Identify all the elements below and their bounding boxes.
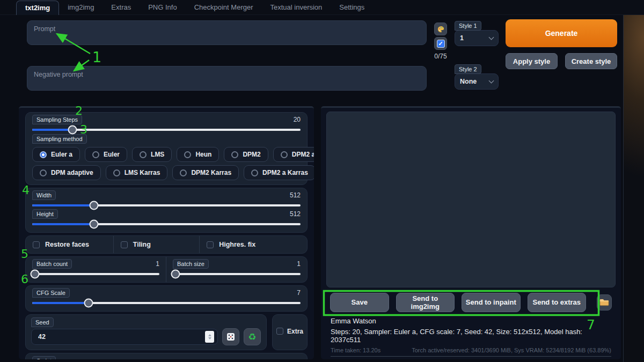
tab-extras[interactable]: Extras	[103, 1, 140, 14]
sampler-option-lms[interactable]: LMS	[132, 147, 172, 162]
slider-thumb[interactable]	[68, 125, 77, 135]
height-label: Height	[32, 209, 58, 219]
radio-icon	[40, 169, 47, 176]
chevron-down-icon	[489, 78, 494, 83]
width-value: 512	[290, 191, 301, 199]
batch-size-value: 1	[297, 260, 301, 268]
radio-icon	[251, 169, 258, 176]
script-label: Script	[32, 356, 56, 359]
radio-icon	[113, 169, 120, 176]
batch-size-label: Batch size	[173, 259, 209, 269]
radio-icon	[140, 151, 147, 158]
tiling-checkbox[interactable]: Tiling	[114, 236, 200, 253]
send-to-inpaint-button[interactable]: Send to inpaint	[462, 293, 521, 312]
generation-info: Emma Watson Steps: 20, Sampler: Euler a,…	[326, 317, 616, 357]
highres-fix-checkbox[interactable]: Highres. fix	[200, 236, 307, 253]
sampler-option-dpm2-a-karras[interactable]: DPM2 a Karras	[244, 165, 314, 180]
cfg-panel: CFG Scale 7	[25, 285, 308, 312]
slider-thumb[interactable]	[90, 201, 99, 210]
save-button[interactable]: Save	[330, 293, 389, 312]
output-column: Save Send to img2img Send to inpaint Sen…	[321, 106, 621, 359]
sampler-option-dpm-adaptive[interactable]: DPM adaptive	[32, 165, 101, 180]
radio-icon	[180, 169, 187, 176]
recycle-icon: ♻	[248, 333, 256, 342]
style1-select[interactable]: 1	[455, 30, 499, 46]
tab-png-info[interactable]: PNG Info	[140, 1, 185, 14]
batch-count-value: 1	[156, 260, 159, 268]
vram-stats: Torch active/reserved: 3401/3690 MiB, Sy…	[412, 347, 611, 353]
height-slider[interactable]: Height 512	[32, 209, 301, 225]
palette-icon[interactable]	[434, 23, 447, 35]
sampler-option-dpm2-a[interactable]: DPM2 a	[273, 147, 314, 162]
sampler-option-lms-karras[interactable]: LMS Karras	[106, 165, 168, 180]
style2-label: Style 2	[455, 64, 481, 74]
sampler-option-euler[interactable]: Euler	[85, 147, 127, 162]
tab-bar: txt2img img2img Extras PNG Info Checkpoi…	[0, 0, 644, 15]
sampler-option-dpm2-karras[interactable]: DPM2 Karras	[172, 165, 239, 180]
cfg-scale-value: 7	[297, 289, 301, 297]
sampler-panel: Sampling Steps 20 Sampling method Euler …	[25, 112, 308, 185]
radio-icon	[40, 151, 47, 158]
checkmark-button[interactable]: ✓	[434, 37, 447, 50]
batch-panel: Batch count 1 Batch size 1	[25, 256, 308, 283]
extra-label: Extra	[287, 328, 303, 335]
image-preview	[326, 112, 616, 287]
sampling-steps-slider[interactable]: Sampling Steps 20	[32, 115, 301, 131]
sampler-option-euler-a[interactable]: Euler a	[32, 147, 80, 162]
apply-style-button[interactable]: Apply style	[506, 53, 558, 69]
slider-thumb[interactable]	[30, 270, 39, 279]
script-panel: Script None	[25, 353, 308, 359]
tab-textual-inversion[interactable]: Textual inversion	[262, 1, 331, 14]
negative-prompt-input[interactable]	[27, 66, 427, 91]
palette-icon	[437, 25, 445, 33]
generation-info-params: Steps: 20, Sampler: Euler a, CFG scale: …	[331, 328, 611, 344]
cfg-scale-slider[interactable]: CFG Scale 7	[32, 288, 301, 304]
folder-icon	[599, 298, 609, 306]
width-slider[interactable]: Width 512	[32, 190, 301, 206]
seed-input[interactable]	[37, 333, 205, 341]
tab-settings[interactable]: Settings	[331, 1, 373, 14]
extra-checkbox[interactable]	[276, 328, 283, 335]
style1-label: Style 1	[455, 21, 481, 31]
send-to-extras-button[interactable]: Send to extras	[528, 293, 587, 312]
dice-icon	[226, 333, 235, 341]
batch-count-slider[interactable]: Batch count 1	[26, 257, 166, 282]
checkbox-icon	[121, 241, 128, 248]
chevron-down-icon	[489, 34, 494, 40]
random-seed-button[interactable]	[222, 328, 239, 345]
send-to-img2img-button[interactable]: Send to img2img	[396, 293, 455, 312]
open-folder-button[interactable]	[597, 294, 612, 311]
background-glow	[623, 0, 644, 362]
create-style-button[interactable]: Create style	[565, 53, 617, 69]
style2-value: None	[460, 78, 477, 85]
sampler-option-dpm2[interactable]: DPM2	[224, 147, 268, 162]
slider-thumb[interactable]	[171, 270, 180, 279]
batch-size-slider[interactable]: Batch size 1	[166, 257, 307, 282]
slider-thumb[interactable]	[90, 220, 99, 229]
cfg-scale-label: CFG Scale	[32, 288, 70, 298]
batch-count-label: Batch count	[32, 259, 72, 269]
sampler-option-heun[interactable]: Heun	[177, 147, 219, 162]
generation-info-prompt: Emma Watson	[331, 317, 611, 325]
seed-stepper[interactable]	[205, 331, 214, 343]
size-panel: Width 512 Height 512	[25, 188, 308, 233]
extra-seed-panel: Extra	[272, 314, 308, 350]
prompt-input[interactable]	[27, 20, 427, 45]
prompt-section: ✓ 0/75 Style 1 1 Style 2 None Generate A…	[0, 15, 644, 97]
style1-value: 1	[460, 34, 464, 42]
radio-icon	[281, 151, 288, 158]
reuse-seed-button[interactable]: ♻	[244, 328, 261, 345]
style2-select[interactable]: None	[455, 73, 499, 90]
height-value: 512	[290, 210, 301, 218]
tab-txt2img[interactable]: txt2img	[16, 1, 59, 15]
width-label: Width	[32, 190, 56, 200]
tab-checkpoint-merger[interactable]: Checkpoint Merger	[186, 1, 262, 14]
restore-faces-checkbox[interactable]: Restore faces	[26, 236, 114, 253]
time-taken: Time taken: 13.20s	[331, 347, 380, 353]
tab-img2img[interactable]: img2img	[59, 1, 103, 14]
slider-thumb[interactable]	[84, 299, 93, 308]
radio-icon	[92, 151, 99, 158]
output-buttons-row: Save Send to img2img Send to inpaint Sen…	[326, 292, 616, 313]
generate-button[interactable]: Generate	[506, 19, 617, 47]
sampling-method-label: Sampling method	[32, 134, 87, 144]
